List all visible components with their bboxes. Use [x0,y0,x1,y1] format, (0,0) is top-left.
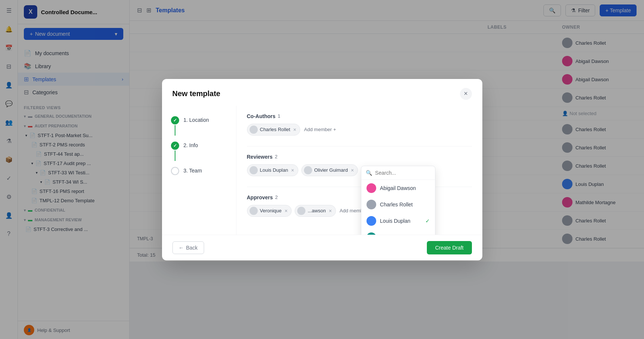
step-circle-team [171,167,179,175]
step-label-location: 1. Location [184,116,209,123]
remove-olivier-button[interactable]: × [351,168,354,173]
dropdown-option-louis[interactable]: Louis Duplan ✓ [361,213,435,229]
reviewers-count: 2 [275,154,277,159]
option-avatar [367,183,376,193]
co-authors-tags: Charles Rollet × Add member + [247,124,472,136]
member-search-input[interactable] [375,170,435,176]
new-template-modal: New template × ✓ 1. Location ✓ [162,79,482,260]
member-tag-dawson: ...awson × [295,205,336,217]
modal-header: New template × [162,79,482,106]
member-search-dropdown: 🔍 Abigail Dawson Charles Rollet [361,166,435,235]
member-avatar [250,126,258,134]
option-avatar [367,216,376,226]
dropdown-option-abigail[interactable]: Abigail Dawson [361,180,435,196]
member-tag-louis: Louis Duplan × [247,164,298,176]
co-authors-title: Co-Authors 1 [247,113,472,119]
member-tag-olivier: Olivier Guimard × [301,164,358,176]
modal-overlay: New template × ✓ 1. Location ✓ [0,0,644,339]
modal-title: New template [172,89,221,98]
reviewers-tags: Louis Duplan × Olivier Guimard × Add mem… [247,164,472,176]
member-avatar [297,207,305,215]
step-label-team: 3. Team [184,167,202,174]
search-input-container: 🔍 [361,166,435,180]
step-circle-location: ✓ [171,116,179,124]
member-tag-charles: Charles Rollet × [247,124,301,136]
step-circle-info: ✓ [171,142,179,150]
step-location: ✓ 1. Location [171,113,227,139]
approvers-tags: Veronique × ...awson × Add member + [247,205,472,217]
modal-close-button[interactable]: × [460,88,472,100]
step-line-2 [175,151,175,161]
divider-2 [247,187,472,187]
step-label-info: 2. Info [184,142,198,148]
step-line-1 [175,125,175,136]
reviewers-section: Reviewers 2 Louis Duplan × Olivier Guima… [247,154,472,176]
approvers-count: 2 [275,194,278,200]
step-team: 3. Team [171,164,227,178]
remove-dawson-button[interactable]: × [329,208,332,213]
reviewers-title: Reviewers 2 [247,154,472,160]
co-authors-section: Co-Authors 1 Charles Rollet × Add member… [247,113,472,136]
dropdown-option-olivier[interactable]: Olivier Guimard ✓ [361,229,435,235]
modal-footer: ← Back Create Draft [162,235,482,260]
divider-1 [247,146,472,146]
member-avatar [250,166,258,174]
add-reviewer-dropdown-container: Add member + 🔍 [361,166,394,174]
step-info: ✓ 2. Info [171,139,227,164]
plus-icon: + [333,127,336,132]
remove-charles-button[interactable]: × [293,127,296,132]
approvers-title: Approvers 2 [247,194,472,200]
search-icon: 🔍 [366,170,372,176]
approvers-section: Approvers 2 Veronique × ...awson × [247,194,472,217]
checkmark-icon: ✓ [425,234,430,235]
remove-louis-button[interactable]: × [291,168,294,173]
member-avatar [250,207,258,215]
dropdown-option-charles[interactable]: Charles Rollet [361,196,435,213]
co-authors-add-button[interactable]: Add member + [303,125,337,134]
modal-body: ✓ 1. Location ✓ 2. Info 3. T [162,106,482,235]
option-avatar [367,232,376,235]
member-avatar [304,166,312,174]
remove-veronique-button[interactable]: × [285,208,288,213]
stepper: ✓ 1. Location ✓ 2. Info 3. T [162,106,237,235]
modal-form-content: Co-Authors 1 Charles Rollet × Add member… [237,106,482,235]
checkmark-icon: ✓ [425,218,430,224]
option-avatar [367,200,376,209]
co-authors-count: 1 [278,113,280,119]
arrow-left-icon: ← [179,245,184,251]
member-tag-veronique: Veronique × [247,205,292,217]
create-draft-button[interactable]: Create Draft [427,241,472,254]
back-button[interactable]: ← Back [172,241,204,254]
